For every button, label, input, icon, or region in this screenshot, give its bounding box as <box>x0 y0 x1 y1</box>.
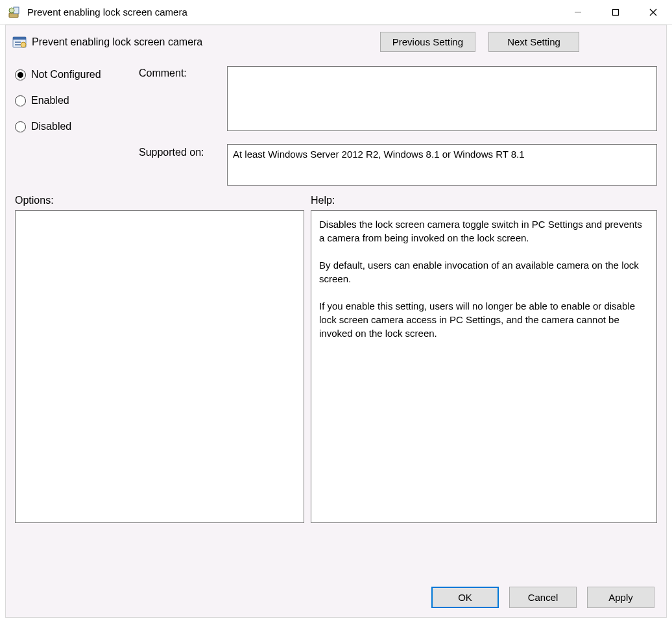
svg-rect-10 <box>15 44 21 45</box>
policy-header-row: Prevent enabling lock screen camera Prev… <box>6 25 666 55</box>
radio-label: Enabled <box>31 95 69 106</box>
svg-point-11 <box>21 42 26 47</box>
svg-rect-9 <box>15 42 21 43</box>
supported-on-value: At least Windows Server 2012 R2, Windows… <box>227 144 657 186</box>
apply-button[interactable]: Apply <box>587 587 654 608</box>
previous-setting-button[interactable]: Previous Setting <box>380 32 475 52</box>
next-setting-button[interactable]: Next Setting <box>488 32 579 52</box>
dialog-footer: OK Cancel Apply <box>431 587 654 608</box>
svg-rect-4 <box>613 9 619 15</box>
dialog-window: Prevent enabling lock screen camera <box>0 0 672 623</box>
maximize-button[interactable] <box>597 0 634 24</box>
radio-icon <box>15 121 26 132</box>
radio-not-configured[interactable]: Not Configured <box>15 69 135 80</box>
comment-label: Comment: <box>139 66 223 79</box>
help-label: Help: <box>311 195 657 206</box>
comment-input[interactable] <box>227 66 657 131</box>
radio-icon <box>15 95 26 106</box>
title-bar: Prevent enabling lock screen camera <box>0 0 672 25</box>
window-controls <box>559 0 672 24</box>
cancel-button[interactable]: Cancel <box>509 587 577 608</box>
help-text: Disables the lock screen camera toggle s… <box>319 219 645 339</box>
minimize-button[interactable] <box>559 0 597 24</box>
supported-on-text: At least Windows Server 2012 R2, Windows… <box>233 149 525 160</box>
options-panel <box>15 210 304 523</box>
svg-rect-8 <box>13 37 26 40</box>
ok-button[interactable]: OK <box>431 587 499 608</box>
help-panel: Disables the lock screen camera toggle s… <box>311 210 657 523</box>
state-radio-group: Not Configured Enabled Disabled <box>15 66 135 132</box>
policy-icon <box>12 35 27 49</box>
policy-name: Prevent enabling lock screen camera <box>32 36 380 48</box>
svg-point-2 <box>9 8 14 13</box>
radio-label: Disabled <box>31 121 71 132</box>
radio-icon <box>15 69 26 80</box>
dialog-body: Prevent enabling lock screen camera Prev… <box>5 25 667 618</box>
policy-app-icon <box>8 6 21 19</box>
radio-disabled[interactable]: Disabled <box>15 121 135 132</box>
supported-on-label: Supported on: <box>139 135 223 158</box>
radio-enabled[interactable]: Enabled <box>15 95 135 106</box>
close-button[interactable] <box>634 0 672 24</box>
options-label: Options: <box>15 195 311 206</box>
window-title: Prevent enabling lock screen camera <box>27 6 559 18</box>
radio-label: Not Configured <box>31 69 101 80</box>
